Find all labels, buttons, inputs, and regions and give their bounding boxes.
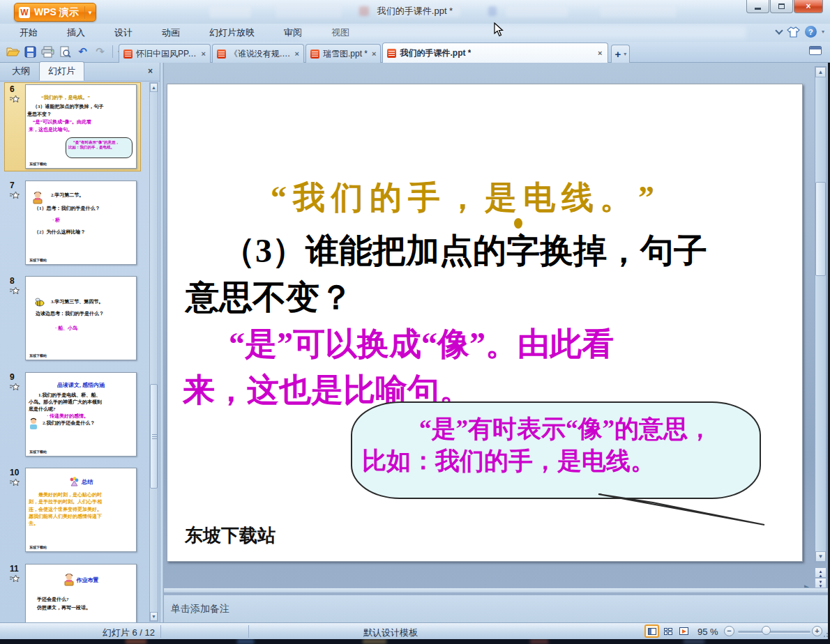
redo-button[interactable]: ↷ [93, 44, 107, 59]
slide-thumbnail-page[interactable]: 作业布置手还会是什么?仿照课文，再写一段话。 [25, 564, 137, 622]
speech-bubble[interactable]: “是”有时表示“像”的意思， 比如：我们的手，是电线。 [351, 401, 761, 499]
maximize-button[interactable] [770, 0, 793, 13]
save-button[interactable] [23, 44, 38, 59]
doc-tab-1[interactable]: 怀旧中国风PP..板.ppt * × [119, 44, 211, 63]
doc-tab-active[interactable]: 我们的手课件.ppt * × [382, 43, 608, 63]
scrollbar-thumb[interactable] [815, 182, 826, 276]
tab-outline[interactable]: 大纲 [3, 61, 39, 81]
scrollbar-thumb[interactable] [150, 384, 158, 489]
sidebar-scrollbar[interactable]: ▲ ▼ [149, 82, 158, 622]
slide-text-question-line2[interactable]: 意思不变？ [186, 275, 353, 320]
slide-thumbnail-page[interactable]: 总结最美好的时刻，是心贴心的时刻，是手拉手的时刻。人们心手相连，会使这个世界变得… [25, 468, 137, 552]
menu-slideshow[interactable]: 幻灯片放映 [199, 24, 264, 42]
slide-number: 9 [10, 372, 24, 391]
tab-slides[interactable]: 幻灯片 [39, 61, 84, 81]
slide-thumbnail-10[interactable]: 10总结最美好的时刻，是心贴心的时刻，是手拉手的时刻。人们心手相连，会使这个世界… [0, 468, 160, 558]
scroll-down-icon[interactable]: ▼ [815, 551, 826, 562]
zoom-out-button[interactable]: − [724, 626, 734, 636]
bouquet-image [69, 482, 80, 488]
title-bar[interactable]: W WPS 演示 ▾ 我们的手课件.ppt * × [0, 0, 830, 24]
zoom-in-button[interactable]: + [812, 626, 822, 636]
tab-close-icon[interactable]: × [295, 49, 299, 58]
tab-close-icon[interactable]: × [598, 49, 602, 57]
normal-view-button[interactable] [644, 624, 659, 638]
slide-thumbnail-7[interactable]: 72.学习第二节。（1）思考：我们的手是什么？· 桥（2）为什么这样比喻？东坡下… [0, 181, 160, 271]
print-preview-icon [59, 46, 71, 58]
slide-thumbnail-9[interactable]: 9品读课文, 感悟内涵1.我们的手是电线、桥、船、小鸟。那么手的神通广大的本领到… [0, 372, 160, 463]
next-slide-button[interactable]: ▼▼ [815, 578, 827, 588]
menu-insert[interactable]: 插入 [57, 24, 95, 42]
menu-design[interactable]: 设计 [105, 24, 142, 42]
help-icon[interactable]: ? [805, 26, 817, 38]
girl-desk-image [63, 582, 75, 588]
doc-tab-3[interactable]: 瑞雪图.ppt * × [305, 44, 381, 63]
thumb-text-line: 愿我们能将人们美好的感情传递下 [29, 514, 136, 520]
close-button[interactable]: × [794, 0, 823, 13]
doc-tab-2[interactable]: 《谁说没有规...课件.ppt × [212, 44, 304, 63]
design-template-label[interactable]: 默认设计模板 [209, 627, 572, 639]
menu-review[interactable]: 审阅 [274, 24, 312, 42]
scroll-down-icon[interactable]: ▼ [150, 612, 158, 621]
slide-text-quote[interactable]: “我们的手，是电线。” [271, 176, 661, 220]
slide-thumbnail-6[interactable]: 6“我们的手，是电线。”（3）谁能把加点的字换掉，句子意思不变？“是”可以换成“… [0, 84, 160, 175]
slide-thumbnail-8[interactable]: 83.学习第三节、第四节。边读边思考：我们的手是什么？· 船、小鸟东坡下载站 [0, 276, 160, 367]
resize-grip[interactable] [822, 631, 828, 637]
slide-text-answer-line1[interactable]: “是”可以换成“像”。由此看 [229, 323, 614, 366]
window-layout-icon[interactable] [809, 46, 822, 55]
panel-close-icon[interactable]: × [148, 66, 153, 76]
thumb-text-line: 3.学习第三节、第四节。 [51, 299, 136, 305]
slide-thumbnail-page[interactable]: 品读课文, 感悟内涵1.我们的手是电线、桥、船、小鸟。那么手的神通广大的本领到底… [25, 372, 137, 457]
print-button[interactable] [40, 44, 55, 59]
undo-button[interactable]: ↶ [75, 44, 90, 59]
menu-view[interactable]: 视图 [322, 24, 359, 42]
slide-thumbnail-page[interactable]: “我们的手，是电线。”（3）谁能把加点的字换掉，句子意思不变？“是”可以换成“像… [25, 84, 137, 169]
scroll-up-icon[interactable]: ▲ [150, 83, 158, 92]
new-tab-button[interactable]: + ▾ [611, 45, 630, 63]
slide-sorter-button[interactable] [661, 624, 675, 638]
tab-close-icon[interactable]: × [372, 49, 376, 58]
chevron-down-icon[interactable]: ▾ [624, 51, 626, 57]
thumb-text-line: （3）谁能把加点的字换掉，句子 [33, 104, 136, 110]
zoom-level: 95 % [697, 627, 718, 637]
tab-close-icon[interactable]: × [202, 49, 206, 58]
transition-star-icon [10, 478, 20, 486]
editor-scrollbar[interactable]: ▲ ▼ [815, 66, 827, 562]
thumb-text-line: 去。 [29, 521, 136, 527]
bee-image [34, 298, 45, 309]
transition-star-icon [10, 95, 20, 103]
ghost-artifact [300, 26, 746, 39]
menu-home[interactable]: 开始 [10, 24, 47, 42]
thumb-text-line: · 传递美好的感情。 [47, 413, 136, 420]
slide-canvas[interactable]: “我们的手，是电线。” （3）谁能把加点的字换掉，句子 意思不变？ “是”可以换… [167, 84, 803, 562]
more-caret-icon[interactable]: ▾ [822, 29, 824, 35]
slide-counter: 幻灯片 6 / 12 [0, 627, 155, 639]
skin-shirt-icon[interactable] [787, 26, 800, 38]
collapse-chevron-icon[interactable] [775, 26, 783, 34]
divider [160, 625, 161, 638]
doc-tab-label: 怀旧中国风PP..板.ppt * [136, 48, 197, 60]
thumb-text-line: 仿照课文，再写一段话。 [37, 605, 136, 611]
zoom-slider-track[interactable] [738, 631, 810, 633]
scroll-up-icon[interactable]: ▲ [815, 67, 826, 77]
slideshow-button[interactable] [677, 624, 691, 638]
slide-editor-area: “我们的手，是电线。” （3）谁能把加点的字换掉，句子 意思不变？ “是”可以换… [164, 63, 830, 622]
wps-presentation-window: W WPS 演示 ▾ 我们的手课件.ppt * × 开始 插入 设计 动画 幻灯… [0, 0, 830, 644]
previous-slide-button[interactable]: ▲▲ [815, 567, 827, 578]
transition-star-icon [10, 383, 20, 391]
slide-thumbnail-page[interactable]: 2.学习第二节。（1）思考：我们的手是什么？· 桥（2）为什么这样比喻？东坡下载… [25, 181, 137, 265]
zoom-slider-thumb[interactable] [762, 626, 771, 635]
slideshow-icon [679, 627, 688, 635]
slide-thumbnail-11[interactable]: 11作业布置手还会是什么?仿照课文，再写一段话。 [0, 564, 160, 622]
notes-splitter[interactable] [164, 588, 830, 592]
slide-thumbnail-page[interactable]: 3.学习第三节、第四节。边读边思考：我们的手是什么？· 船、小鸟东坡下载站 [25, 276, 137, 360]
minimize-button[interactable] [746, 0, 769, 13]
transition-star-icon [10, 286, 20, 295]
slide-text-question-line1[interactable]: （3）谁能把加点的字换掉，句子 [222, 229, 707, 273]
print-preview-button[interactable] [58, 44, 73, 59]
thumb-bubble-line: “是”有时表示“像”的意思， [73, 140, 132, 145]
thumb-text-line: 刻，是手拉手的时刻。人们心手相 [29, 499, 136, 505]
thumb-text-line: 1.我们的手是电线、桥、船、 [38, 392, 136, 399]
menu-animation[interactable]: 动画 [152, 24, 190, 42]
open-button[interactable] [6, 44, 20, 59]
notes-pane[interactable]: 单击添加备注 [164, 595, 830, 622]
